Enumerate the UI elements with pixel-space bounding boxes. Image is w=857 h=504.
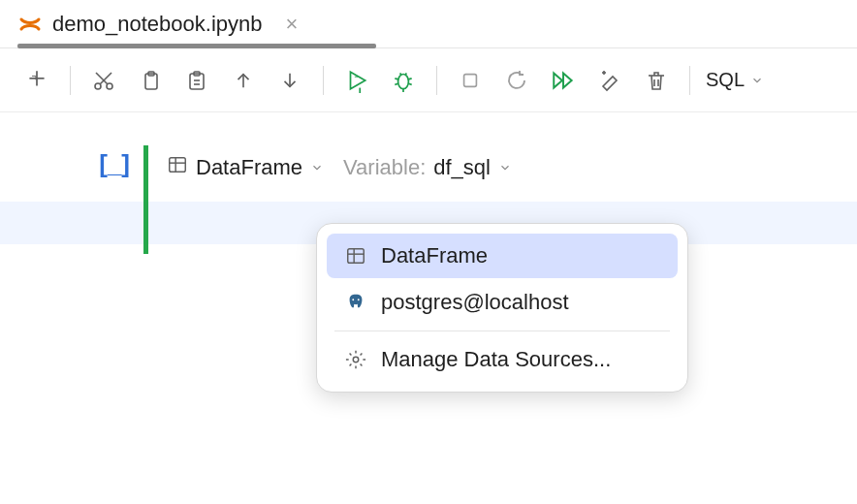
move-down-button[interactable] — [272, 63, 307, 98]
table-icon — [167, 154, 188, 181]
postgres-icon — [344, 292, 367, 313]
file-tab[interactable]: demo_notebook.ipynb × — [17, 12, 298, 37]
chevron-down-icon — [498, 155, 512, 180]
dropdown-item-postgres[interactable]: postgres@localhost — [327, 280, 678, 325]
data-source-dropdown: DataFrame postgres@localhost — [316, 223, 688, 393]
run-cell-button[interactable] — [339, 63, 374, 98]
table-icon — [344, 245, 367, 267]
debug-button[interactable] — [386, 63, 421, 98]
svg-marker-27 — [563, 73, 572, 87]
svg-point-39 — [358, 299, 360, 300]
editor-area: [_] 1 DataFrame Variable: — [0, 112, 857, 244]
cell-header: DataFrame Variable: df_sql — [167, 145, 857, 190]
svg-line-19 — [408, 78, 411, 79]
svg-line-20 — [395, 83, 397, 84]
cut-button[interactable] — [86, 63, 121, 98]
add-cell-button[interactable] — [19, 63, 54, 98]
tab-bar: demo_notebook.ipynb × — [0, 0, 857, 48]
clear-outputs-button[interactable] — [592, 63, 627, 98]
tab-active-indicator — [17, 44, 376, 48]
svg-line-24 — [405, 73, 406, 75]
svg-line-18 — [395, 78, 397, 79]
interrupt-button[interactable] — [453, 63, 488, 98]
dropdown-item-label: DataFrame — [381, 243, 488, 268]
cell-type-selector[interactable]: SQL — [706, 69, 764, 91]
dropdown-item-dataframe[interactable]: DataFrame — [327, 234, 678, 278]
dropdown-separator — [334, 331, 670, 331]
data-source-label: DataFrame — [196, 155, 302, 180]
variable-name: df_sql — [433, 155, 491, 180]
toolbar-separator — [436, 66, 437, 95]
gear-icon — [344, 349, 367, 370]
file-tab-label: demo_notebook.ipynb — [52, 12, 263, 37]
delete-button[interactable] — [639, 63, 674, 98]
svg-point-40 — [353, 357, 359, 362]
svg-marker-14 — [351, 72, 365, 88]
run-all-button[interactable] — [546, 63, 581, 98]
cell-type-label: SQL — [706, 69, 745, 91]
cell-execution-indicator: [_] — [99, 145, 130, 190]
svg-rect-35 — [348, 249, 365, 264]
paste-button[interactable] — [179, 63, 214, 98]
variable-label: Variable: — [343, 155, 426, 180]
data-source-selector[interactable]: DataFrame — [167, 154, 324, 181]
chevron-down-icon — [310, 155, 324, 180]
dropdown-item-manage[interactable]: Manage Data Sources... — [327, 337, 678, 382]
dropdown-item-label: Manage Data Sources... — [381, 347, 611, 372]
svg-line-21 — [408, 83, 411, 84]
toolbar-separator — [70, 66, 71, 95]
variable-selector[interactable]: Variable: df_sql — [343, 155, 512, 180]
svg-line-23 — [400, 73, 401, 75]
move-up-button[interactable] — [226, 63, 261, 98]
toolbar-separator — [689, 66, 690, 95]
svg-point-38 — [352, 299, 354, 300]
jupyter-icon — [17, 12, 43, 37]
restart-button[interactable] — [499, 63, 534, 98]
toolbar: SQL — [0, 48, 857, 112]
svg-point-17 — [398, 74, 409, 88]
close-icon[interactable]: × — [286, 14, 299, 35]
dropdown-item-label: postgres@localhost — [381, 290, 569, 315]
cell-run-bar[interactable] — [143, 145, 148, 254]
toolbar-separator — [323, 66, 324, 95]
chevron-down-icon — [750, 74, 764, 87]
svg-rect-25 — [464, 74, 477, 86]
copy-button[interactable] — [133, 63, 168, 98]
svg-rect-32 — [170, 158, 186, 173]
svg-marker-26 — [554, 73, 562, 87]
